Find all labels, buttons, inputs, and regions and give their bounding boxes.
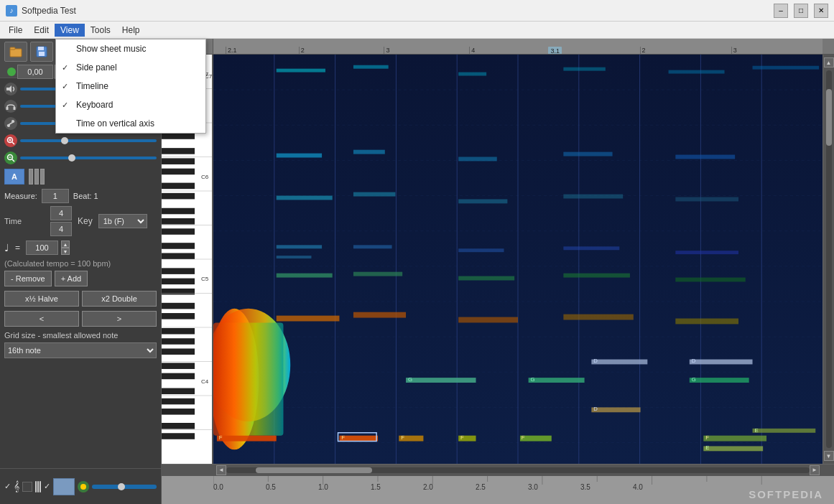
tempo-input[interactable] [26,241,58,255]
h-scroll-right[interactable]: ► [810,465,820,475]
sun-icon[interactable] [78,481,89,493]
svg-rect-101 [703,436,766,442]
grid-size-label: Grid size - smallest allowed note [4,331,157,340]
check2-icon[interactable]: ✓ [44,482,50,491]
menu-time-vertical[interactable]: Time on vertical axis [56,114,205,133]
h-scroll-thumb[interactable] [256,467,372,473]
open-folder-button[interactable] [4,42,27,62]
menu-side-panel[interactable]: ✓ Side panel [56,58,205,77]
half-double-row: x½ Halve x2 Double [4,291,157,307]
svg-rect-134 [458,317,518,323]
play-indicator[interactable] [7,67,16,76]
maximize-button[interactable]: □ [794,4,808,18]
svg-rect-53 [162,409,195,415]
brightness-slider[interactable] [92,485,157,489]
key-select[interactable]: 1b (F) [98,214,147,228]
channel-a-button[interactable]: A [4,169,24,185]
svg-line-15 [12,142,14,144]
add-button[interactable]: + Add [55,271,88,286]
save-button[interactable] [30,42,53,62]
menu-timeline[interactable]: ✓ Timeline [56,77,205,95]
svg-rect-39 [162,243,195,249]
position-input[interactable] [17,65,53,79]
note-visualization: F F F F F F G G G D D D E E [213,55,823,464]
tempo-down[interactable]: ▼ [61,248,70,255]
svg-rect-125 [753,429,816,433]
svg-text:E: E [754,427,758,434]
svg-point-21 [80,484,86,490]
menu-show-sheet-music[interactable]: Show sheet music [56,39,205,58]
svg-rect-97 [339,436,378,442]
bar-3 [40,169,45,185]
h-scroll-left[interactable]: ◄ [216,465,226,475]
svg-rect-35 [162,193,195,200]
tick-3b: 3 [731,47,737,54]
double-button[interactable]: x2 Double [82,291,157,307]
titlebar: ♪ Softpedia Test – □ ✕ [0,0,834,22]
measure-row: Measure: Beat: 1 [4,189,157,203]
bar-1 [29,169,33,185]
svg-text:G: G [408,376,412,383]
tempo-up[interactable]: ▲ [61,241,70,248]
svg-rect-45 [162,313,195,319]
svg-text:C6: C6 [201,174,208,180]
minimize-button[interactable]: – [774,4,788,18]
svg-text:G: G [531,376,535,383]
svg-rect-137 [277,274,333,278]
svg-rect-32 [162,158,195,164]
prev-button[interactable]: < [4,311,79,327]
svg-rect-44 [162,303,195,309]
menu-tools[interactable]: Tools [85,24,116,37]
menu-edit[interactable]: Edit [28,24,55,37]
halve-button[interactable]: x½ Halve [4,291,79,307]
svg-rect-41 [162,268,195,274]
menu-view[interactable]: View [55,24,85,37]
zoom-h-slider[interactable] [20,139,157,142]
softpedia-watermark: SOFTPEDIA [749,488,823,500]
v-scroll-down[interactable]: ▼ [824,451,834,461]
time-bottom-input[interactable] [50,222,72,236]
h-scroll-track[interactable] [226,467,810,473]
measure-input[interactable] [42,189,69,203]
svg-marker-9 [6,85,11,93]
svg-rect-96 [217,436,277,442]
zoom-v-slider[interactable] [20,157,157,159]
menubar: File Edit View Tools Help [0,22,834,39]
svg-rect-103 [529,378,585,383]
check-icon[interactable]: ✓ [4,482,11,491]
v-scroll-track[interactable] [826,70,832,448]
svg-text:G: G [692,376,696,383]
next-button[interactable]: > [82,311,157,327]
svg-rect-49 [162,363,195,369]
svg-rect-3 [38,47,44,50]
svg-text:E: E [705,444,709,451]
svg-rect-30 [162,133,195,139]
lines-icon[interactable] [35,481,41,493]
remove-add-row: - Remove + Add [4,271,157,286]
close-button[interactable]: ✕ [814,4,828,18]
svg-rect-46 [162,328,195,335]
v-scroll-thumb[interactable] [826,89,832,146]
grid-size-select[interactable]: 16th note [4,342,157,358]
svg-rect-135 [563,314,633,320]
menu-file[interactable]: File [3,24,28,37]
preview-thumb[interactable] [53,478,75,495]
black-box-icon[interactable] [22,482,32,492]
v-scroll-up[interactable]: ▲ [824,57,834,67]
menu-help[interactable]: Help [116,24,146,37]
clef-icon[interactable]: 𝄞 [14,480,19,493]
menu-keyboard[interactable]: ✓ Keyboard [56,95,205,114]
svg-text:C5: C5 [201,276,209,283]
remove-button[interactable]: - Remove [4,271,52,286]
svg-rect-1 [10,47,15,50]
svg-text:F: F [219,434,223,441]
svg-rect-4 [39,52,45,56]
svg-rect-136 [675,319,738,325]
svg-rect-132 [277,316,340,322]
svg-point-12 [7,124,10,127]
svg-rect-119 [277,196,333,200]
visualization-canvas[interactable]: F F F F F F G G G D D D E E [213,55,823,464]
vertical-scrollbar: ▲ ▼ [823,55,834,464]
time-top-input[interactable] [50,206,72,220]
svg-rect-118 [675,155,735,159]
